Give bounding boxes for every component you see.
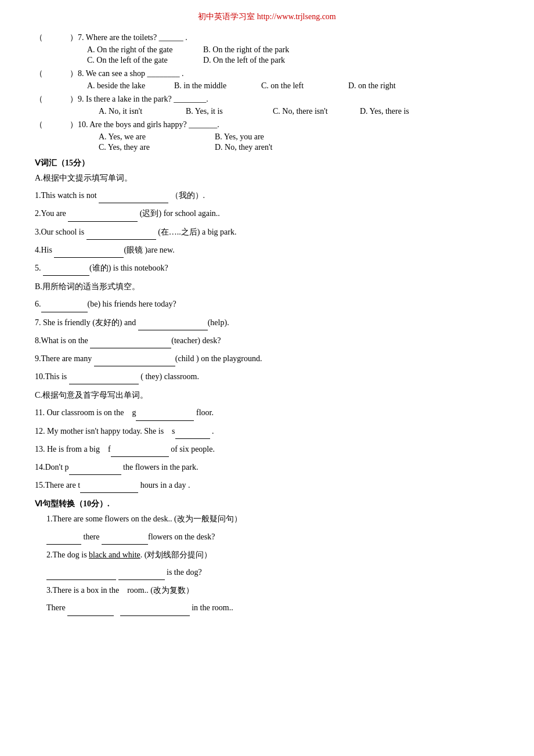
q7-optD: D. On the left of the park — [203, 56, 319, 65]
blank-v-c13 — [111, 442, 169, 457]
question-9: （ ）9. Is there a lake in the park? _____… — [35, 94, 499, 116]
blank-v-a5 — [43, 261, 89, 276]
blank-v-b9 — [94, 351, 175, 366]
vi-q3: 3.There is a box in the room.. (改为复数） — [35, 583, 499, 597]
q9-options: A. No, it isn't B. Yes, it is C. No, the… — [35, 107, 499, 116]
question-8: （ ）8. We can see a shop ________ . A. be… — [35, 69, 499, 91]
q9-optB: B. Yes, it is — [186, 107, 261, 116]
partb-10: 10.This is ( they) classroom. — [35, 369, 499, 384]
blank-v-b6 — [41, 297, 88, 312]
blank-v-c15 — [80, 478, 138, 493]
q9-optA: A. No, it isn't — [99, 107, 174, 116]
partc-15: 15.There are t hours in a day . — [35, 478, 499, 493]
blank-vi-3a — [67, 600, 114, 615]
vi-a2: is the dog? — [35, 565, 499, 580]
partc-11: 11. Our classroom is on the g floor. — [35, 405, 499, 420]
blank-vi-3b — [120, 600, 190, 615]
q7-options: A. On the right of the gate B. On the ri… — [35, 45, 499, 55]
parta-1: 1.This watch is not （我的）. — [35, 188, 499, 203]
q8-options: A. beside the lake B. in the middle C. o… — [35, 81, 499, 91]
section-v-title: Ⅴ词汇（15分） — [35, 158, 499, 168]
vi-q1: 1.There are some flowers on the desk.. (… — [35, 512, 499, 526]
q7-optC: C. On the left of the gate — [87, 56, 203, 65]
q10-options1: A. Yes, we are B. Yes, you are — [35, 132, 499, 142]
q8-optC: C. on the left — [261, 81, 337, 91]
q7-bracket: （ — [35, 33, 70, 43]
blank-v-a2 — [68, 206, 138, 221]
q7-text: ）7. Where are the toilets? ______ . — [70, 33, 187, 43]
mc-section: （ ）7. Where are the toilets? ______ . A.… — [35, 33, 499, 152]
q10-bracket: （ — [35, 120, 70, 130]
q9-optD: D. Yes, there is — [360, 107, 435, 116]
vi-a3: There in the room.. — [35, 600, 499, 615]
q10-optB: B. Yes, you are — [215, 132, 331, 142]
q7-optB: B. On the right of the park — [203, 45, 319, 55]
blank-vi-1a — [46, 530, 81, 545]
blank-vi-1b — [102, 530, 148, 545]
q10-optA: A. Yes, we are — [99, 132, 215, 142]
q8-text: ）8. We can see a shop ________ . — [70, 69, 184, 79]
partb-8: 8.What is on the (teacher) desk? — [35, 333, 499, 348]
vi-a1: there flowers on the desk? — [35, 530, 499, 545]
vi-q2: 2.The dog is black and white. (对划线部分提问） — [35, 548, 499, 562]
partb-7: 7. She is friendly (友好的) and (help). — [35, 315, 499, 330]
question-7: （ ）7. Where are the toilets? ______ . A.… — [35, 33, 499, 65]
q7-optA: A. On the right of the gate — [87, 45, 203, 55]
parta-4: 4.His (眼镜 )are new. — [35, 243, 499, 258]
section-vi: Ⅵ句型转换（10分）. 1.There are some flowers on … — [35, 499, 499, 615]
q9-bracket: （ — [35, 94, 70, 105]
section-vi-title: Ⅵ句型转换（10分）. — [35, 499, 499, 509]
partb-9: 9.There are many (child ) on the playgro… — [35, 351, 499, 366]
q9-optC: C. No, there isn't — [273, 107, 348, 116]
blank-v-a1 — [99, 188, 168, 203]
partc-13: 13. He is from a big f of six people. — [35, 442, 499, 457]
q10-optC: C. Yes, they are — [99, 143, 215, 152]
blank-v-c14 — [69, 460, 121, 475]
page-header: 初中英语学习室 http://www.trjlseng.com — [35, 12, 499, 22]
q9-text: ）9. Is there a lake in the park? _______… — [70, 94, 208, 105]
q10-text: ）10. Are the boys and girls happy? _____… — [70, 120, 219, 130]
blank-v-a3 — [86, 225, 156, 240]
section-v: Ⅴ词汇（15分） A.根据中文提示填写单词。 1.This watch is n… — [35, 158, 499, 493]
q7-options2: C. On the left of the gate D. On the lef… — [35, 56, 499, 65]
header-text: 初中英语学习室 http://www.trjlseng.com — [198, 12, 335, 21]
partb-6: 6. (be) his friends here today? — [35, 297, 499, 312]
q8-bracket: （ — [35, 69, 70, 79]
partb-title: B.用所给词的适当形式填空。 — [35, 279, 499, 294]
q10-options2: C. Yes, they are D. No, they aren't — [35, 143, 499, 152]
parta-title: A.根据中文提示填写单词。 — [35, 171, 499, 185]
blank-v-b8 — [90, 333, 171, 348]
vi-q2-underline: black and white — [89, 550, 140, 559]
parta-5: 5. (谁的) is this notebook? — [35, 261, 499, 276]
blank-v-b7 — [138, 315, 208, 330]
q8-optA: A. beside the lake — [87, 81, 163, 91]
question-10: （ ）10. Are the boys and girls happy? ___… — [35, 120, 499, 152]
q10-optD: D. No, they aren't — [215, 143, 331, 152]
blank-vi-2b — [118, 565, 165, 580]
q8-optD: D. on the right — [348, 81, 424, 91]
blank-vi-2a — [46, 565, 116, 580]
blank-v-c11 — [136, 405, 194, 420]
blank-v-b10 — [69, 369, 139, 384]
blank-v-c12 — [175, 424, 210, 439]
parta-2: 2.You are (迟到) for school again.. — [35, 206, 499, 221]
parta-3: 3.Our school is (在…..之后) a big park. — [35, 225, 499, 240]
partc-title: C.根据句意及首字母写出单词。 — [35, 388, 499, 402]
partc-12: 12. My mother isn't happy today. She is … — [35, 424, 499, 439]
q8-optB: B. in the middle — [174, 81, 250, 91]
blank-v-a4 — [54, 243, 124, 258]
partc-14: 14.Don't p the flowers in the park. — [35, 460, 499, 475]
